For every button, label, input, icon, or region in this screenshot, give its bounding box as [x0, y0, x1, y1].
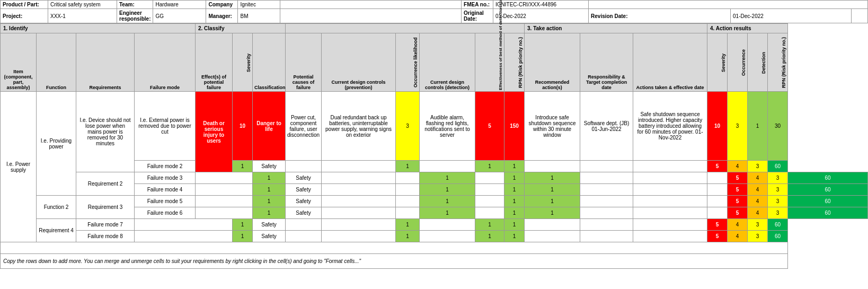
cell-classification: Danger to life: [253, 92, 286, 161]
cell-current-prevention: [396, 207, 420, 219]
cell-occurrence: 1: [396, 161, 420, 172]
cell-current-detection: [420, 161, 475, 172]
cell-occurrence: 3: [396, 92, 420, 161]
cell-function: I.e. Providing power: [37, 92, 76, 196]
cell-severity2: 5: [728, 172, 748, 184]
cell-detection2: 3: [748, 231, 768, 242]
cell-failure-mode: I.e. External power is removed due to po…: [135, 92, 196, 161]
col-requirements: Requirements: [76, 33, 135, 92]
cell-effectiveness: 1: [475, 231, 504, 242]
cell-potential-causes: [322, 184, 396, 196]
cell-responsibility: Software dept. (JB) 01-Jun-2022: [580, 92, 633, 161]
cell-current-prevention: Dual redundant back up batteries, uninte…: [322, 92, 396, 161]
cell-effectiveness: 1: [504, 172, 525, 184]
cell-severity: 1: [253, 207, 286, 219]
cell-occurrence2: 4: [748, 196, 768, 207]
cell-occurrence2: 4: [748, 184, 768, 196]
cell-failure-mode: Failure mode 5: [135, 196, 196, 207]
cell-current-prevention: [322, 219, 396, 231]
cell-classification: Safety: [286, 207, 322, 219]
cell-recommended: [580, 172, 633, 184]
cell-recommended: [525, 219, 580, 231]
manager-label: Manager:: [206, 9, 238, 23]
cell-effectiveness: 5: [475, 92, 504, 161]
cell-severity2: 5: [728, 184, 748, 196]
cell-severity: 1: [253, 172, 286, 184]
cell-recommended: [525, 161, 580, 172]
empty-row: [1, 242, 868, 254]
cell-req-3: Requirement 3: [76, 196, 135, 219]
cell-actions-taken: Safe shutdown sequence introduced. Highe…: [633, 92, 707, 161]
cell-current-detection: Audible alarm, flashing red lights, noti…: [420, 92, 475, 161]
col-classification: Classification: [253, 33, 286, 92]
cell-rpn2: 30: [768, 92, 788, 161]
cell-rpn1: 1: [525, 196, 580, 207]
cell-recommended: [580, 196, 633, 207]
cell-item: I.e. Power supply: [1, 92, 37, 242]
col-severity2: Severity: [707, 33, 728, 92]
col-rpn1: RPN (Risk priority no.): [504, 33, 525, 92]
cell-actions-taken: [707, 184, 728, 196]
cell-actions-taken: [633, 219, 707, 231]
header-table: Product / Part: Critical safety system T…: [0, 0, 868, 23]
cell-potential-causes: Power cut, component failure, user disco…: [286, 92, 322, 161]
project-value: XXX-1: [48, 9, 117, 23]
cell-responsibility: [633, 196, 707, 207]
cell-detection2: 3: [768, 184, 788, 196]
cell-req-4: Requirement 4: [37, 219, 76, 242]
manager-value: BM: [238, 9, 280, 23]
cell-rpn1: 1: [504, 219, 525, 231]
cell-classification: Safety: [253, 231, 286, 242]
cell-occurrence2: 4: [748, 207, 768, 219]
section-2-header: 2. Classify: [196, 24, 286, 33]
cell-severity2: 5: [728, 196, 748, 207]
cell-rpn1: 150: [504, 92, 525, 161]
company-label: Company: [206, 1, 238, 9]
cell-severity2: 5: [707, 161, 728, 172]
cell-severity2: 10: [707, 92, 728, 161]
cell-rpn2: 60: [768, 161, 788, 172]
cell-occurrence: 1: [420, 172, 475, 184]
cell-current-detection: [475, 184, 504, 196]
cell-severity: 1: [233, 161, 253, 172]
fmea-label: FMEA no.:: [462, 1, 493, 9]
col-effectiveness: Effectiveness of best method of detectio…: [475, 33, 504, 92]
cell-occurrence: 1: [396, 231, 420, 242]
cell-failure-mode: Failure mode 4: [135, 184, 196, 196]
cell-detection2: 3: [768, 172, 788, 184]
cell-occurrence: 1: [420, 196, 475, 207]
cell-requirements-2: Requirement 2: [76, 172, 135, 196]
revision-value: 01-Dec-2022: [731, 9, 852, 23]
cell-function-2: Function 2: [37, 196, 76, 219]
cell-rpn2: 60: [768, 219, 788, 231]
engineer-value: GG: [153, 9, 206, 23]
cell-responsibility: [633, 207, 707, 219]
col-failure-mode: Failure mode: [135, 33, 196, 92]
table-row: Requirement 2 Failure mode 3 1 Safety 1 …: [1, 172, 868, 184]
cell-classification: Safety: [286, 184, 322, 196]
cell-requirements: I.e. Device should not lose power when m…: [76, 92, 135, 172]
col-function: Function: [37, 33, 76, 92]
col-potential-causes: Potential causes of failure: [286, 33, 322, 92]
cell-classification: Safety: [286, 196, 322, 207]
cell-current-detection: [420, 219, 475, 231]
cell-detection2: 3: [748, 219, 768, 231]
product-label: Product / Part:: [1, 1, 48, 9]
col-rpn2: RPN (Risk priority no.): [768, 33, 788, 92]
cell-severity: 1: [253, 184, 286, 196]
cell-rpn1: 1: [504, 231, 525, 242]
cell-severity2: 5: [707, 219, 728, 231]
cell-severity: 1: [253, 196, 286, 207]
cell-current-detection: [475, 207, 504, 219]
cell-failure-mode: Failure mode 3: [135, 172, 196, 184]
company-value: Ignitec: [238, 1, 280, 9]
col-recommended: Recommended action(s): [525, 33, 580, 92]
team-value: Hardware: [153, 1, 206, 9]
cell-potential-causes: [286, 161, 322, 172]
cell-effectiveness: 1: [504, 184, 525, 196]
section-3-header: 3. Take action: [525, 24, 707, 33]
cell-current-prevention: [396, 184, 420, 196]
fmea-value: IGNITEC-CRI/XXX-44896: [493, 1, 589, 9]
cell-failure-mode: Failure mode 7: [76, 219, 135, 231]
col-responsibility: Responsibility & Target completion date: [580, 33, 633, 92]
